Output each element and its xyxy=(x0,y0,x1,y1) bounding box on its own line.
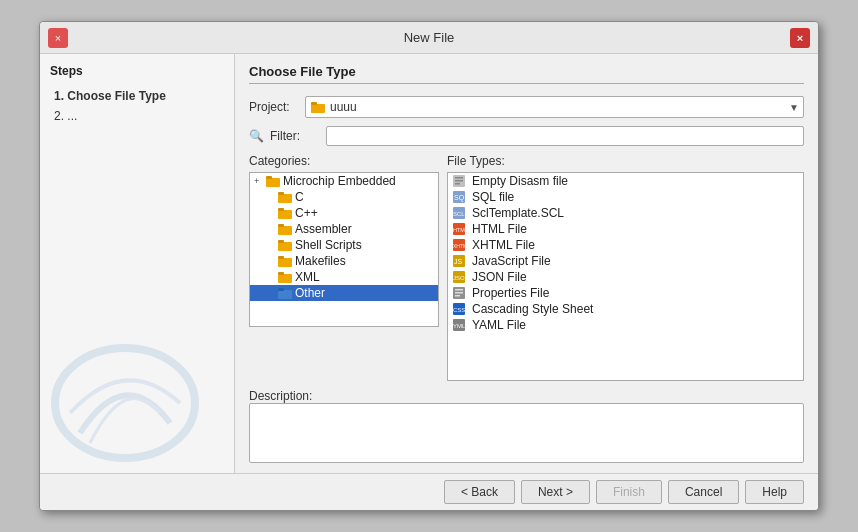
filetype-css[interactable]: CSS Cascading Style Sheet xyxy=(448,301,803,317)
svg-rect-37 xyxy=(455,292,463,294)
tree-label-assembler: Assembler xyxy=(295,222,352,236)
filetype-json[interactable]: JSON JSON File xyxy=(448,269,803,285)
tree-label-xml: XML xyxy=(295,270,320,284)
file-types-list[interactable]: Empty Disasm file SQ SQL file xyxy=(447,172,804,381)
filter-input[interactable] xyxy=(326,126,804,146)
cancel-button[interactable]: Cancel xyxy=(668,480,739,504)
svg-rect-5 xyxy=(278,194,292,203)
svg-rect-22 xyxy=(455,183,460,185)
tree-item-c[interactable]: · C xyxy=(250,189,438,205)
folder-icon-cpp xyxy=(278,207,292,219)
svg-rect-17 xyxy=(278,290,292,299)
tree-label-makefiles: Makefiles xyxy=(295,254,346,268)
tree-label-other: Other xyxy=(295,286,325,300)
filetype-label-html: HTML File xyxy=(472,222,527,236)
filetype-icon-scl: SCL xyxy=(452,206,468,220)
svg-rect-16 xyxy=(278,272,284,275)
filetype-label-css: Cascading Style Sheet xyxy=(472,302,593,316)
filetype-yaml[interactable]: YML YAML File xyxy=(448,317,803,333)
filetype-label-sql: SQL file xyxy=(472,190,514,204)
folder-icon xyxy=(266,175,280,187)
svg-text:JS: JS xyxy=(454,258,463,265)
svg-text:SQ: SQ xyxy=(454,194,465,202)
svg-text:YML: YML xyxy=(453,323,466,329)
steps-title: Steps xyxy=(50,64,224,78)
project-row: Project: uuuu ▼ xyxy=(249,96,804,118)
categories-label: Categories: xyxy=(249,154,439,168)
filetype-html[interactable]: HTML HTML File xyxy=(448,221,803,237)
filetype-disasm[interactable]: Empty Disasm file xyxy=(448,173,803,189)
description-label: Description: xyxy=(249,389,804,403)
svg-rect-10 xyxy=(278,224,284,227)
filetype-icon-yaml: YML xyxy=(452,318,468,332)
filetype-scl[interactable]: SCL SclTemplate.SCL xyxy=(448,205,803,221)
filetype-icon-json: JSON xyxy=(452,270,468,284)
svg-text:XHTM: XHTM xyxy=(453,243,467,249)
svg-rect-8 xyxy=(278,208,284,211)
tree-item-microchip[interactable]: + Microchip Embedded xyxy=(250,173,438,189)
filetype-sql[interactable]: SQ SQL file xyxy=(448,189,803,205)
project-label: Project: xyxy=(249,100,299,114)
svg-rect-18 xyxy=(278,288,284,291)
tree-item-other[interactable]: · Other xyxy=(250,285,438,301)
svg-text:JSON: JSON xyxy=(453,275,468,281)
project-folder-icon xyxy=(311,101,325,113)
svg-rect-11 xyxy=(278,242,292,251)
tree-label-cpp: C++ xyxy=(295,206,318,220)
tree-item-xml[interactable]: · XML xyxy=(250,269,438,285)
filetype-label-properties: Properties File xyxy=(472,286,549,300)
svg-rect-21 xyxy=(455,180,463,182)
svg-point-0 xyxy=(55,348,195,458)
dialog-footer: < Back Next > Finish Cancel Help xyxy=(40,473,818,510)
tree-item-makefiles[interactable]: · Makefiles xyxy=(250,253,438,269)
project-selector[interactable]: uuuu ▼ xyxy=(305,96,804,118)
close-button-right[interactable]: × xyxy=(790,28,810,48)
categories-tree[interactable]: + Microchip Embedded · xyxy=(249,172,439,327)
svg-rect-20 xyxy=(455,177,463,179)
svg-rect-15 xyxy=(278,274,292,283)
tree-item-cpp[interactable]: · C++ xyxy=(250,205,438,221)
svg-text:HTML: HTML xyxy=(453,227,468,233)
dialog-title: New File xyxy=(404,30,455,45)
filetype-icon-xhtml: XHTM xyxy=(452,238,468,252)
svg-rect-6 xyxy=(278,192,284,195)
svg-rect-14 xyxy=(278,256,284,259)
filetype-label-scl: SclTemplate.SCL xyxy=(472,206,564,220)
watermark-graphic xyxy=(50,343,200,463)
tree-item-shell[interactable]: · Shell Scripts xyxy=(250,237,438,253)
project-icon xyxy=(310,99,326,115)
svg-rect-3 xyxy=(266,178,280,187)
section-title: Choose File Type xyxy=(249,64,804,84)
filetype-properties[interactable]: Properties File xyxy=(448,285,803,301)
dropdown-arrow-icon[interactable]: ▼ xyxy=(789,102,799,113)
file-types-label: File Types: xyxy=(447,154,804,168)
tree-item-assembler[interactable]: · Assembler xyxy=(250,221,438,237)
content-panel: Choose File Type Project: uuuu ▼ xyxy=(235,54,818,473)
search-icon: 🔍 xyxy=(249,129,264,143)
filter-row: 🔍 Filter: xyxy=(249,126,804,146)
svg-rect-2 xyxy=(311,102,317,105)
svg-rect-12 xyxy=(278,240,284,243)
description-box xyxy=(249,403,804,463)
filter-label: Filter: xyxy=(270,129,320,143)
file-types-section: File Types: Empty Disasm file xyxy=(447,154,804,381)
svg-text:SCL: SCL xyxy=(453,211,465,217)
filetype-xhtml[interactable]: XHTM XHTML File xyxy=(448,237,803,253)
filetype-label-js: JavaScript File xyxy=(472,254,551,268)
filetype-icon-js: JS xyxy=(452,254,468,268)
folder-icon-xml xyxy=(278,271,292,283)
tree-label-shell: Shell Scripts xyxy=(295,238,362,252)
close-icon-left[interactable]: × xyxy=(48,28,68,48)
filetype-js[interactable]: JS JavaScript File xyxy=(448,253,803,269)
tree-label-microchip: Microchip Embedded xyxy=(283,174,396,188)
finish-button[interactable]: Finish xyxy=(596,480,662,504)
filetype-label-xhtml: XHTML File xyxy=(472,238,535,252)
folder-icon-make xyxy=(278,255,292,267)
filetype-icon-html: HTML xyxy=(452,222,468,236)
svg-rect-36 xyxy=(455,289,463,291)
next-button[interactable]: Next > xyxy=(521,480,590,504)
folder-icon-asm xyxy=(278,223,292,235)
help-button[interactable]: Help xyxy=(745,480,804,504)
back-button[interactable]: < Back xyxy=(444,480,515,504)
filetype-icon-css: CSS xyxy=(452,302,468,316)
